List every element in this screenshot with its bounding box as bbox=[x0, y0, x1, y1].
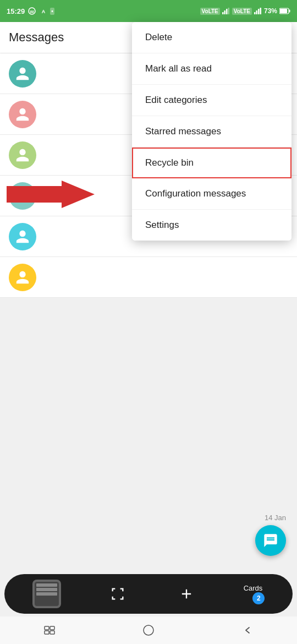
message-content bbox=[44, 276, 288, 278]
avatar bbox=[9, 223, 36, 250]
svg-rect-15 bbox=[45, 626, 49, 630]
svg-marker-14 bbox=[7, 181, 95, 208]
svg-rect-8 bbox=[256, 10, 257, 14]
bottom-taskbar: Cards 2 bbox=[4, 574, 293, 614]
status-left: 15:29 W A • bbox=[7, 7, 54, 15]
page-title: Messages bbox=[9, 30, 64, 45]
nav-recents-button[interactable] bbox=[33, 618, 66, 642]
avatar bbox=[9, 60, 36, 88]
signal-icon: A bbox=[39, 7, 48, 15]
back-icon bbox=[241, 624, 254, 636]
menu-item-mark-all-read[interactable]: Mark all as read bbox=[132, 53, 292, 85]
svg-text:A: A bbox=[42, 9, 46, 14]
recent-app-thumbnail[interactable] bbox=[32, 580, 61, 608]
avatar bbox=[9, 141, 36, 169]
svg-rect-16 bbox=[50, 626, 54, 630]
svg-rect-18 bbox=[50, 631, 54, 634]
expand-icon[interactable] bbox=[106, 582, 130, 606]
signal-bars1 bbox=[222, 8, 230, 14]
menu-item-starred-messages[interactable]: Starred messages bbox=[132, 116, 292, 148]
dot-indicator: • bbox=[50, 8, 54, 15]
compose-fab[interactable] bbox=[255, 525, 286, 556]
context-menu: Delete Mark all as read Edit categories … bbox=[132, 22, 292, 241]
date-label: 14 Jan bbox=[265, 514, 286, 522]
svg-point-19 bbox=[144, 625, 153, 635]
chat-icon bbox=[263, 533, 278, 548]
add-icon[interactable] bbox=[174, 582, 199, 606]
svg-rect-7 bbox=[254, 12, 256, 14]
navigation-bar bbox=[0, 616, 297, 644]
svg-rect-17 bbox=[45, 631, 49, 634]
menu-item-settings[interactable]: Settings bbox=[132, 210, 292, 241]
avatar bbox=[9, 101, 36, 128]
plus-icon bbox=[179, 586, 194, 602]
svg-text:W: W bbox=[30, 9, 34, 14]
fullscreen-icon bbox=[110, 586, 125, 602]
status-right: VoLTE VoLTE 73% bbox=[200, 7, 290, 15]
nav-back-button[interactable] bbox=[231, 618, 264, 642]
svg-rect-12 bbox=[289, 10, 290, 13]
svg-rect-5 bbox=[226, 9, 228, 14]
menu-item-edit-categories[interactable]: Edit categories bbox=[132, 85, 292, 116]
svg-rect-6 bbox=[228, 8, 229, 14]
home-icon bbox=[142, 624, 155, 636]
nav-home-button[interactable] bbox=[132, 618, 165, 642]
time-display: 15:29 bbox=[7, 7, 25, 15]
red-arrow-icon bbox=[7, 181, 95, 208]
battery-percent: 73% bbox=[264, 7, 277, 15]
status-bar: 15:29 W A • VoLTE VoLTE 73% bbox=[0, 0, 297, 22]
arrow-annotation bbox=[7, 181, 95, 208]
whatsapp-icon: W bbox=[27, 7, 37, 15]
battery-icon bbox=[279, 8, 290, 14]
volte2-icon: VoLTE bbox=[232, 8, 252, 15]
menu-item-recycle-bin[interactable]: Recycle bin bbox=[132, 148, 292, 178]
signal-bars2 bbox=[254, 8, 262, 14]
svg-rect-4 bbox=[224, 10, 226, 14]
cards-count-badge: 2 bbox=[252, 592, 265, 604]
volte1-icon: VoLTE bbox=[200, 8, 220, 15]
svg-rect-3 bbox=[222, 12, 224, 14]
menu-item-configuration-messages[interactable]: Configuration messages bbox=[132, 178, 292, 210]
svg-rect-10 bbox=[260, 8, 261, 14]
recents-icon bbox=[43, 625, 56, 635]
list-item[interactable] bbox=[0, 257, 297, 298]
svg-rect-9 bbox=[258, 9, 260, 14]
cards-area: Cards 2 bbox=[244, 584, 265, 604]
cards-label: Cards bbox=[244, 584, 263, 592]
svg-rect-13 bbox=[280, 9, 287, 13]
avatar bbox=[9, 264, 36, 291]
menu-item-delete[interactable]: Delete bbox=[132, 22, 292, 53]
